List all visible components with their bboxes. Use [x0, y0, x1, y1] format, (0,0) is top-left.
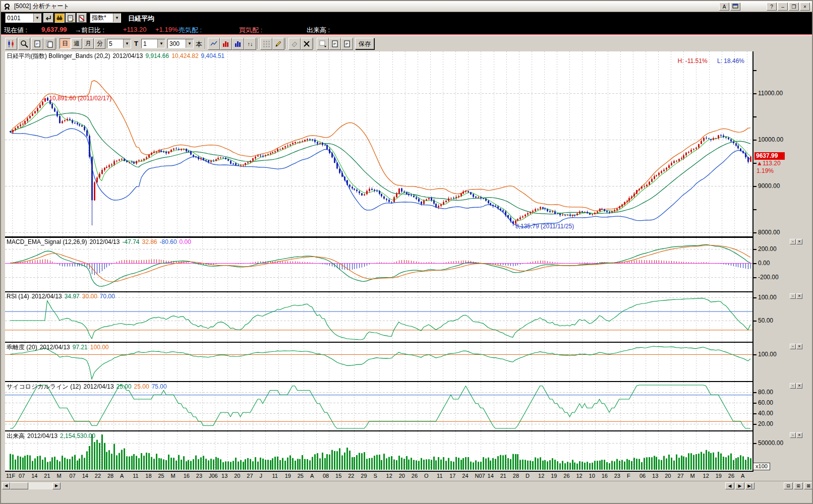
titlebar-help-button[interactable]: ?: [767, 3, 777, 11]
panel-header-main: 日経平均(指数) Bollinger_Bands (20,2)2012/04/1…: [7, 52, 227, 60]
period-week-button[interactable]: 週: [71, 38, 82, 49]
grid-button[interactable]: [260, 38, 272, 50]
kairi-canvas[interactable]: [5, 343, 752, 381]
titlebar-a-button[interactable]: A: [719, 3, 729, 11]
scrollbar-thumb[interactable]: [10, 482, 28, 489]
collapse-button[interactable]: ⊟: [784, 482, 793, 489]
main-chart-canvas[interactable]: [5, 51, 752, 236]
last-change-percent: 1.19%: [754, 167, 795, 175]
sheet-next-button[interactable]: P: [341, 38, 353, 50]
x-axis-label: 08: [323, 473, 329, 479]
period-day-button[interactable]: 日: [60, 38, 71, 49]
x-axis-label: 07: [70, 473, 76, 479]
panel-minimize-button[interactable]: -: [790, 383, 796, 389]
candle-chart-button[interactable]: [5, 38, 17, 50]
volume-canvas[interactable]: [5, 431, 752, 471]
page-forward-button[interactable]: ▶: [735, 482, 744, 489]
separator: [257, 38, 258, 49]
tick-count-select[interactable]: 1 ▼: [141, 39, 165, 48]
panel-minimize-button[interactable]: -: [790, 293, 796, 299]
panel-close-button[interactable]: ×: [796, 383, 802, 389]
expand-button[interactable]: ⊞: [794, 482, 803, 489]
chevron-down-icon[interactable]: ▼: [157, 39, 165, 48]
bid-label: 買気配 :: [239, 26, 262, 35]
bottom-bar: ◀ ▶ ◀ ▶ ▶| ⊟ ⊞ ⊠: [1, 481, 812, 490]
x-axis-label: 22: [348, 473, 354, 479]
delete-icon: [303, 40, 311, 48]
volume-label: 出来高 :: [307, 26, 330, 35]
chevron-down-icon[interactable]: ▼: [186, 39, 193, 48]
horizontal-scrollbar[interactable]: [10, 482, 52, 489]
memo-button[interactable]: [66, 13, 76, 23]
eraser-button[interactable]: [288, 38, 301, 50]
titlebar-maximize-button[interactable]: ❐: [789, 3, 799, 11]
cancel-sheet-button[interactable]: [77, 13, 87, 23]
period-month-button[interactable]: 月: [83, 38, 94, 49]
search-symbol-button[interactable]: [54, 13, 65, 23]
chevron-down-icon[interactable]: ▼: [33, 14, 41, 22]
delete-button[interactable]: [301, 38, 313, 50]
layout-select-button[interactable]: [317, 38, 329, 50]
updown-arrows-button[interactable]: ↑↓: [244, 38, 256, 50]
x-axis-label: J: [259, 473, 262, 479]
separator: [314, 38, 315, 49]
scroll-right-button[interactable]: ▶: [52, 482, 61, 489]
close-panel-button[interactable]: ⊠: [804, 482, 813, 489]
panel-close-button[interactable]: ×: [796, 239, 802, 244]
low-annotation: 8,135.79 (2011/11/25): [515, 223, 574, 230]
titlebar-close-button[interactable]: ×: [800, 3, 810, 11]
save-button[interactable]: 保存: [355, 38, 374, 49]
macd-canvas[interactable]: [5, 238, 752, 291]
page-end-button[interactable]: ▶|: [745, 482, 754, 489]
red-histogram-button[interactable]: [220, 38, 232, 50]
line-mode-button[interactable]: [208, 38, 220, 50]
enter-button[interactable]: [43, 13, 53, 23]
x-axis-label: 11: [272, 473, 278, 479]
axis-tick: [753, 140, 757, 141]
axis-tick: [753, 297, 757, 298]
volume-unit-badge: x100: [753, 463, 770, 470]
minute-interval-select[interactable]: 5 ▼: [107, 39, 131, 48]
eraser-icon: [291, 40, 299, 48]
bars-unit-label: 本: [196, 40, 202, 49]
x-axis-label: A: [120, 473, 124, 479]
copy-sheet-icon: [45, 40, 53, 48]
zoom-button[interactable]: [18, 38, 30, 50]
bar-count-select[interactable]: 300 ▼: [167, 39, 194, 48]
period-minute-button[interactable]: 分: [94, 38, 105, 49]
line-mode-icon: [210, 40, 218, 48]
axis-tick: [753, 413, 757, 414]
panel-close-button[interactable]: ×: [796, 293, 802, 299]
binoculars-icon: [56, 15, 63, 22]
panel-minimize-button[interactable]: -: [790, 239, 796, 244]
range-low: L: 18.46%: [717, 57, 744, 65]
separator: [285, 38, 286, 49]
panel-close-button[interactable]: ×: [796, 432, 802, 438]
sheet-prev-button[interactable]: P: [329, 38, 341, 50]
chevron-down-icon[interactable]: ▼: [113, 14, 121, 22]
titlebar-layout-button[interactable]: [730, 3, 740, 11]
panel-minimize-button[interactable]: -: [790, 432, 796, 438]
titlebar-minimize-button[interactable]: –: [778, 3, 788, 11]
symbol-code-input[interactable]: 0101 ▼: [5, 13, 41, 23]
pencil-button[interactable]: [272, 38, 284, 50]
page-back-button[interactable]: ◀: [725, 482, 734, 489]
x-axis-label: N07: [475, 473, 485, 479]
panel-close-button[interactable]: ×: [796, 344, 802, 349]
x-axis-label: F: [627, 473, 630, 479]
chevron-down-icon[interactable]: ▼: [123, 39, 131, 48]
scroll-left-button[interactable]: ◀: [2, 482, 10, 489]
axis-tick: [753, 354, 757, 355]
category-select[interactable]: 指数* ▼: [90, 13, 121, 23]
y-axis-label: 0.00: [758, 260, 770, 267]
panel-minimize-button[interactable]: -: [790, 344, 796, 349]
peak-annotation: ← 10,891.60 (2011/02/17): [41, 95, 111, 102]
x-axis-label: 10: [589, 473, 595, 479]
new-sheet-button[interactable]: P: [31, 38, 43, 50]
x-axis-label: 13: [221, 473, 227, 479]
pencil-icon: [274, 40, 282, 48]
separator: [56, 38, 57, 49]
blue-histogram-button[interactable]: [232, 38, 244, 50]
x-axis-label: 22: [95, 473, 101, 479]
copy-sheet-button[interactable]: [43, 38, 55, 50]
